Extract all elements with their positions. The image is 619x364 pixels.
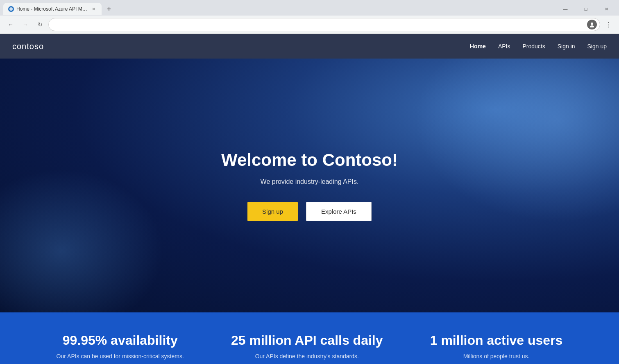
profile-icon[interactable] [587,20,597,29]
stat-item-users: 1 million active users Millions of peopl… [430,333,563,359]
nav-link-signin[interactable]: Sign in [558,43,575,50]
stat-item-api-calls: 25 million API calls daily Our APIs defi… [231,333,383,359]
window-controls: — □ ✕ [556,3,616,15]
svg-point-0 [9,7,13,11]
browser-toolbar: ← → ↻ ⋮ [0,16,619,34]
browser-tab[interactable]: Home - Microsoft Azure API Mar... ✕ [3,3,102,15]
address-bar-container [48,18,600,31]
back-button[interactable]: ← [4,18,17,31]
hero-content: Welcome to Contoso! We provide industry-… [221,150,398,221]
hero-buttons: Sign up Explore APIs [221,202,398,221]
site-navigation: contoso Home APIs Products Sign in Sign … [0,34,619,59]
stat-availability-desc: Our APIs can be used for mission-critica… [57,353,184,359]
nav-link-products[interactable]: Products [522,43,545,50]
close-button[interactable]: ✕ [597,3,616,15]
signup-button[interactable]: Sign up [247,202,298,221]
hero-title: Welcome to Contoso! [221,150,398,170]
stats-section: 99.95% availability Our APIs can be used… [0,312,619,364]
address-bar-input[interactable] [48,18,600,31]
tab-close-button[interactable]: ✕ [90,6,97,12]
site-logo: contoso [12,42,44,51]
nav-link-home[interactable]: Home [470,43,486,50]
browser-menu-button[interactable]: ⋮ [602,18,615,31]
svg-point-1 [591,23,593,25]
tab-title: Home - Microsoft Azure API Mar... [16,6,88,12]
hero-subtitle: We provide industry-leading APIs. [221,178,398,185]
stat-availability-number: 99.95% availability [57,333,184,348]
website: contoso Home APIs Products Sign in Sign … [0,34,619,364]
hero-section: Welcome to Contoso! We provide industry-… [0,59,619,312]
stat-apicalls-desc: Our APIs define the industry's standards… [231,353,383,359]
nav-link-apis[interactable]: APIs [498,43,510,50]
explore-apis-button[interactable]: Explore APIs [306,202,372,221]
stat-item-availability: 99.95% availability Our APIs can be used… [57,333,184,359]
reload-button[interactable]: ↻ [34,18,47,31]
forward-button[interactable]: → [19,18,32,31]
nav-link-signup[interactable]: Sign up [587,43,607,50]
stat-users-desc: Millions of people trust us. [430,353,563,359]
maximize-button[interactable]: □ [576,3,595,15]
stat-apicalls-number: 25 million API calls daily [231,333,383,348]
browser-titlebar: Home - Microsoft Azure API Mar... ✕ + — … [0,0,619,16]
nav-links: Home APIs Products Sign in Sign up [470,43,607,50]
stat-users-number: 1 million active users [430,333,563,348]
svg-point-2 [590,25,594,27]
tab-favicon-icon [8,6,14,12]
minimize-button[interactable]: — [556,3,575,15]
browser-chrome: Home - Microsoft Azure API Mar... ✕ + — … [0,0,619,34]
new-tab-button[interactable]: + [103,3,115,15]
